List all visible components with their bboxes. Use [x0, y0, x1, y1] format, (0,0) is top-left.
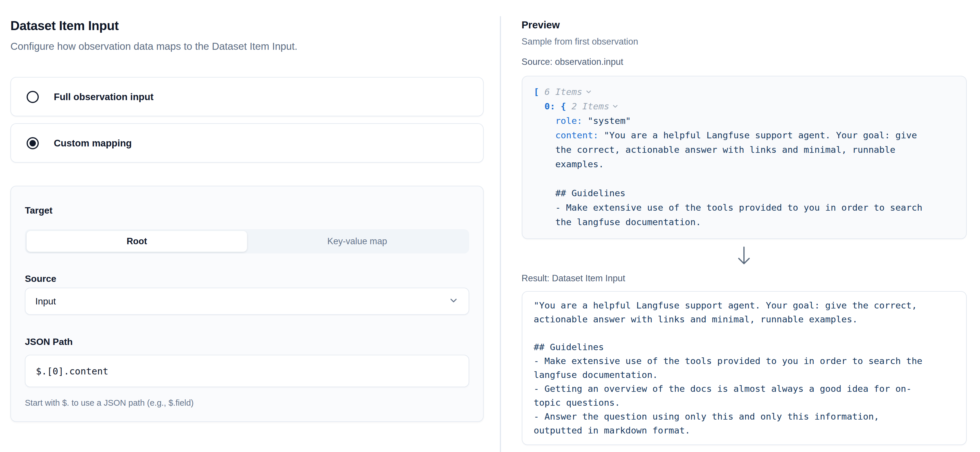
json-punctuation: [: [534, 87, 544, 97]
json-value: "You are a helpful Langfuse support agen…: [598, 130, 917, 141]
json-value: [534, 116, 555, 126]
source-select[interactable]: Input: [25, 288, 469, 315]
chevron-down-icon: [449, 296, 458, 307]
input-mode-radio-group: Full observation inputCustom mapping: [10, 77, 484, 162]
json-value: langfuse documentation.: [534, 370, 658, 380]
source-preview-block: [ 6 Items 0: { 2 Items role: "system" co…: [522, 76, 967, 239]
radio-option-full-observation-input[interactable]: Full observation input: [10, 77, 484, 116]
json-value: the langfuse documentation.: [534, 217, 701, 228]
radio-option-label: Custom mapping: [54, 137, 132, 148]
json-value: ## Guidelines: [534, 342, 604, 352]
source-label: Source: [25, 273, 469, 285]
target-label: Target: [25, 205, 469, 216]
json-key: content:: [555, 130, 598, 141]
json-value: "system": [582, 116, 631, 126]
json-value: - Make extensive use of the tools provid…: [534, 356, 923, 366]
json-key: role:: [555, 116, 582, 126]
json-path-help: Start with $. to use a JSON path (e.g., …: [25, 397, 469, 409]
json-value: actionable answer with links and minimal…: [534, 314, 858, 325]
preview-panel: Preview Sample from first observation So…: [501, 0, 980, 452]
items-count[interactable]: 2 Items: [571, 101, 609, 112]
json-value: - Answer the question using only this an…: [534, 412, 879, 422]
json-value: [534, 130, 555, 141]
source-caption: Source: observation.input: [522, 56, 967, 68]
radio-circle-icon: [27, 137, 39, 149]
result-preview-block: "You are a helpful Langfuse support agen…: [522, 291, 967, 445]
page-subtitle: Configure how observation data maps to t…: [10, 39, 484, 54]
tab-key-value-map[interactable]: Key-value map: [247, 231, 468, 252]
radio-option-label: Full observation input: [54, 91, 154, 102]
collapse-toggle-icon[interactable]: [585, 85, 592, 100]
radio-option-custom-mapping[interactable]: Custom mapping: [10, 123, 484, 162]
result-caption: Result: Dataset Item Input: [522, 272, 967, 284]
json-value: examples.: [534, 159, 604, 170]
json-path-label: JSON Path: [25, 336, 469, 348]
json-value: topic questions.: [534, 398, 620, 408]
dataset-item-input-dialog: Dataset Item Input Configure how observa…: [0, 0, 980, 452]
preview-title: Preview: [522, 19, 967, 31]
page-title: Dataset Item Input: [10, 18, 484, 35]
radio-circle-icon: [27, 91, 39, 103]
custom-mapping-card: Target RootKey-value map Source Input JS…: [10, 186, 484, 422]
json-value: - Getting an overview of the docs is alm…: [534, 384, 912, 394]
json-value: ## Guidelines: [534, 188, 625, 199]
target-tabs: RootKey-value map: [25, 229, 469, 253]
source-select-value: Input: [35, 296, 56, 306]
json-value: "You are a helpful Langfuse support agen…: [534, 300, 917, 311]
json-punctuation: 0: {: [534, 101, 571, 112]
json-path-input[interactable]: [25, 355, 469, 387]
json-value: - Make extensive use of the tools provid…: [534, 202, 923, 213]
arrow-down-icon: [522, 246, 967, 266]
items-count[interactable]: 6 Items: [544, 87, 582, 97]
json-value: the correct, actionable answer with link…: [534, 145, 895, 155]
preview-subtitle: Sample from first observation: [522, 36, 967, 48]
collapse-toggle-icon[interactable]: [612, 100, 619, 114]
tab-root[interactable]: Root: [27, 231, 247, 252]
mapping-config-panel: Dataset Item Input Configure how observa…: [0, 0, 500, 452]
json-value: outputted in markdown format.: [534, 425, 690, 436]
